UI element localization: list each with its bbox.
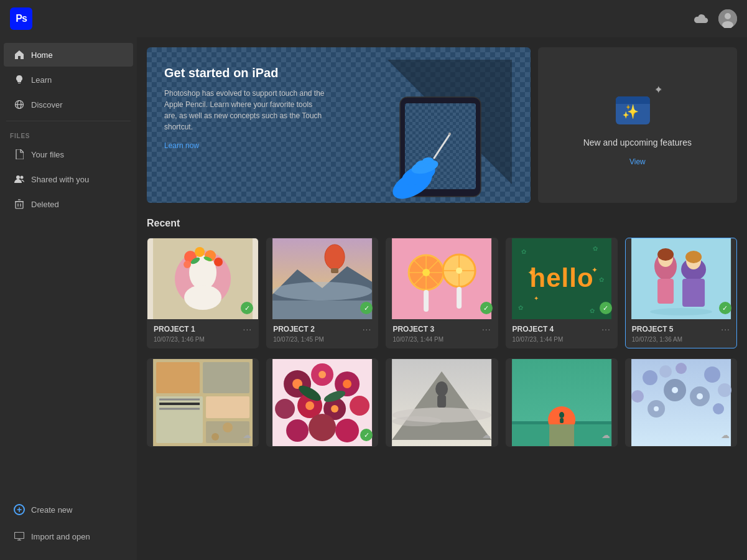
projects-grid-row1: ✓ PROJECT 1 ··· 10/07/23, 1:46 PM: [147, 238, 737, 348]
svg-point-137: [713, 403, 724, 414]
sidebar-label-deleted: Deleted: [31, 200, 59, 209]
project-card-8[interactable]: ☁: [386, 358, 498, 447]
project-thumb-2: ✓: [267, 238, 378, 319]
banner-main-description: Photoshop has evolved to support touch a…: [164, 88, 326, 133]
project-menu-4[interactable]: ···: [601, 324, 611, 334]
svg-point-94: [211, 433, 219, 441]
project-info-5: PROJECT 5 ··· 10/07/23, 1:36 AM: [626, 319, 736, 348]
project-thumb-7: ✓: [267, 359, 378, 446]
ps-logo: Ps: [10, 7, 32, 30]
import-and-open-label: Import and open: [31, 532, 90, 541]
project-menu-1[interactable]: ···: [243, 324, 253, 334]
banner-learn-now-link[interactable]: Learn now: [164, 141, 513, 150]
project-thumb-8: ☁: [386, 359, 497, 446]
banner-main-title: Get started on iPad: [164, 66, 513, 80]
project-menu-2[interactable]: ···: [363, 324, 372, 334]
project-card-10[interactable]: ☁: [625, 358, 737, 447]
topbar-right: [692, 9, 737, 28]
svg-point-113: [331, 405, 338, 413]
home-icon: [14, 49, 25, 60]
svg-rect-88: [156, 362, 200, 393]
sync-check-4: ✓: [600, 302, 612, 314]
svg-point-85: [685, 251, 702, 263]
svg-point-39: [195, 247, 205, 257]
cloud-icon-10: ☁: [719, 429, 731, 441]
project-card-5[interactable]: ✓ PROJECT 5 ··· 10/07/23, 1:36 AM: [625, 238, 737, 348]
project-thumb-6: ☁: [147, 359, 258, 446]
avatar[interactable]: [718, 9, 737, 28]
cloud-sync-icon[interactable]: [692, 10, 710, 27]
sidebar-divider: [6, 121, 131, 121]
svg-point-142: [697, 393, 703, 399]
project-menu-5[interactable]: ···: [721, 324, 730, 334]
svg-rect-47: [272, 301, 372, 319]
project-name-1: PROJECT 1: [154, 325, 195, 334]
sidebar-item-discover[interactable]: Discover: [4, 93, 133, 116]
project-card-6[interactable]: ☁: [147, 358, 259, 447]
cloud-icon-9: ☁: [600, 429, 612, 441]
svg-text:hello: hello: [529, 263, 593, 292]
project-card-4[interactable]: ✿ ✿ ✿ ✿ ✿ hello ✦ ✦ ✦ ✓: [506, 238, 618, 348]
plus-circle-icon: +: [14, 504, 25, 515]
svg-point-93: [223, 422, 233, 432]
svg-text:✿: ✿: [599, 276, 604, 283]
person-icon: [14, 174, 25, 185]
monitor-icon: [14, 531, 25, 542]
svg-point-41: [214, 258, 223, 266]
svg-text:✨: ✨: [622, 103, 639, 120]
banner-side-view-link[interactable]: View: [629, 157, 646, 166]
recent-section-title: Recent: [147, 218, 737, 229]
sidebar-item-your-files[interactable]: Your files: [4, 142, 133, 166]
svg-point-128: [559, 412, 564, 418]
svg-rect-89: [203, 362, 249, 393]
project-card-7[interactable]: ✓: [266, 358, 378, 447]
svg-point-42: [183, 261, 191, 268]
project-thumb-3: ✓: [386, 238, 497, 319]
project-card-3[interactable]: ✓ PROJECT 3 ··· 10/07/23, 1:44 PM: [386, 238, 498, 348]
sidebar-label-home: Home: [31, 50, 53, 60]
main-layout: Home Learn Discover: [0, 37, 747, 560]
svg-rect-79: [657, 279, 674, 304]
project-name-row-2: PROJECT 2 ···: [273, 324, 371, 334]
sidebar-item-shared-with-you[interactable]: Shared with you: [4, 167, 133, 191]
svg-rect-51: [331, 268, 338, 273]
sidebar-bottom: + Create new Import and open: [0, 496, 137, 555]
project-card-9[interactable]: ☁: [506, 358, 618, 447]
svg-point-111: [343, 380, 351, 388]
cloud-icon-8: ☁: [480, 429, 493, 441]
svg-rect-129: [560, 418, 564, 423]
create-new-button[interactable]: + Create new: [4, 497, 133, 523]
content-area: Get started on iPad Photoshop has evolve…: [137, 37, 747, 560]
svg-point-37: [184, 285, 221, 310]
project-name-row-4: PROJECT 4 ···: [513, 324, 611, 334]
sidebar-label-shared-with-you: Shared with you: [31, 175, 89, 184]
project-card-1[interactable]: ✓ PROJECT 1 ··· 10/07/23, 1:46 PM: [147, 238, 259, 348]
svg-text:✦: ✦: [534, 295, 539, 302]
import-and-open-button[interactable]: Import and open: [4, 523, 133, 549]
sidebar-item-deleted[interactable]: Deleted: [4, 192, 133, 216]
svg-point-122: [392, 416, 442, 426]
files-section-label: FILES: [0, 125, 137, 142]
sync-check-5: ✓: [719, 302, 731, 314]
svg-point-134: [704, 366, 720, 383]
banner-section: Get started on iPad Photoshop has evolve…: [147, 47, 737, 203]
project-name-row-3: PROJECT 3 ···: [392, 324, 491, 334]
svg-point-136: [631, 390, 644, 403]
project-name-row-1: PROJECT 1 ···: [154, 324, 252, 334]
svg-point-133: [675, 363, 687, 374]
project-menu-3[interactable]: ···: [482, 324, 491, 334]
sidebar-item-home[interactable]: Home: [4, 43, 133, 67]
svg-point-105: [350, 396, 369, 416]
banner-side-title: New and upcoming features: [583, 138, 692, 147]
sync-check-3: ✓: [480, 302, 493, 314]
sidebar-item-learn[interactable]: Learn: [4, 68, 133, 91]
svg-point-135: [718, 383, 731, 397]
project-card-2[interactable]: ✓ PROJECT 2 ··· 10/07/23, 1:45 PM: [266, 238, 378, 348]
svg-point-86: [650, 308, 712, 315]
svg-point-1: [725, 13, 731, 19]
svg-rect-13: [15, 533, 24, 539]
svg-rect-120: [437, 395, 446, 408]
svg-text:✦: ✦: [527, 268, 535, 278]
project-info-1: PROJECT 1 ··· 10/07/23, 1:46 PM: [147, 319, 258, 348]
svg-rect-66: [457, 287, 462, 309]
